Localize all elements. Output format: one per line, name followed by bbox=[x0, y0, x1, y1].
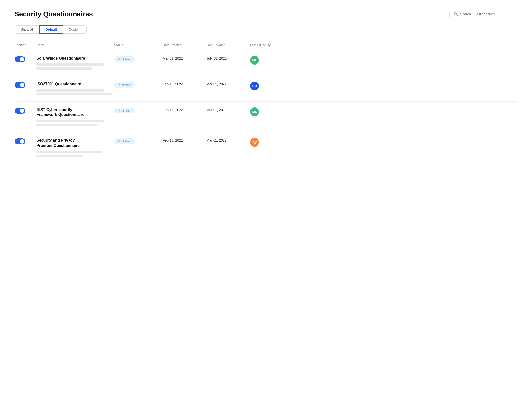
toggle-2[interactable] bbox=[15, 108, 25, 114]
table-row: SolarWinds Questionnaire Published Mar 0… bbox=[15, 50, 517, 76]
questionnaire-name-2[interactable]: NIST CybersecurityFramework Questionnair… bbox=[37, 107, 114, 118]
toggle-3[interactable] bbox=[15, 138, 25, 144]
placeholder-line-2 bbox=[37, 124, 97, 126]
name-lines-0 bbox=[37, 63, 114, 70]
avatar-cell-2: ML bbox=[250, 107, 284, 116]
table-row: Security and PrivacyProgram Questionnair… bbox=[15, 132, 517, 163]
toggle-cell-0 bbox=[15, 56, 37, 62]
name-cell-1: ISO27001 Questionnaire bbox=[37, 82, 114, 96]
filter-tab-default[interactable]: Default bbox=[39, 25, 63, 34]
toggle-cell-3 bbox=[15, 138, 37, 144]
avatar-0: ML bbox=[250, 56, 259, 65]
name-lines-1 bbox=[37, 89, 114, 96]
date-created-1: Feb 18, 2022 bbox=[163, 82, 207, 86]
name-cell-3: Security and PrivacyProgram Questionnair… bbox=[37, 138, 114, 157]
table-body: SolarWinds Questionnaire Published Mar 0… bbox=[15, 50, 517, 163]
col-header-date-created: Date Created bbox=[163, 43, 207, 47]
placeholder-line-1 bbox=[37, 63, 104, 66]
name-cell-0: SolarWinds Questionnaire bbox=[37, 56, 114, 70]
avatar-1: RD bbox=[250, 82, 259, 90]
avatar-3: AY bbox=[250, 138, 259, 147]
placeholder-line-1 bbox=[37, 120, 104, 122]
col-header-last-updated: Last Updated bbox=[207, 43, 250, 47]
status-cell-2: Published bbox=[114, 107, 163, 114]
page-title: Security Questionnaires bbox=[15, 10, 93, 18]
filter-tab-custom[interactable]: Custom bbox=[63, 25, 86, 34]
questionnaire-name-1[interactable]: ISO27001 Questionnaire bbox=[37, 82, 114, 87]
avatar-cell-1: RD bbox=[250, 82, 284, 90]
status-cell-3: Published bbox=[114, 138, 163, 144]
last-updated-2: Mar 01, 2022 bbox=[207, 107, 250, 112]
toggle-1[interactable] bbox=[15, 82, 25, 88]
last-updated-0: July 08, 2022 bbox=[207, 56, 250, 60]
status-badge-3: Published bbox=[114, 138, 135, 144]
avatar-2: ML bbox=[250, 107, 259, 116]
date-created-3: Feb 18, 2022 bbox=[163, 138, 207, 142]
placeholder-line-2 bbox=[37, 154, 83, 157]
search-input[interactable] bbox=[460, 12, 513, 16]
placeholder-line-2 bbox=[37, 67, 92, 70]
toggle-0[interactable] bbox=[15, 56, 25, 62]
status-badge-1: Published bbox=[114, 82, 135, 88]
filter-tabs: Show all Default Custom bbox=[15, 25, 517, 34]
toggle-cell-2 bbox=[15, 107, 37, 114]
status-badge-0: Published bbox=[114, 56, 135, 62]
table-row: ISO27001 Questionnaire Published Feb 18,… bbox=[15, 76, 517, 102]
placeholder-line-1 bbox=[37, 151, 102, 153]
last-updated-3: Mar 01, 2022 bbox=[207, 138, 250, 142]
placeholder-line-2 bbox=[37, 93, 112, 96]
name-lines-2 bbox=[37, 120, 114, 126]
sort-arrow-icon: ↑ bbox=[124, 44, 126, 47]
date-created-0: Mar 01, 2022 bbox=[163, 56, 207, 60]
status-cell-0: Published bbox=[114, 56, 163, 62]
col-header-name: Name bbox=[37, 43, 114, 47]
placeholder-line-1 bbox=[37, 89, 104, 92]
status-badge-2: Published bbox=[114, 108, 135, 114]
col-header-status[interactable]: Status ↑ bbox=[114, 43, 163, 47]
col-header-enabled: Enabled bbox=[15, 43, 37, 47]
questionnaire-name-3[interactable]: Security and PrivacyProgram Questionnair… bbox=[37, 138, 114, 148]
search-box: 🔍 bbox=[449, 10, 517, 19]
search-icon: 🔍 bbox=[454, 12, 458, 16]
name-lines-3 bbox=[37, 151, 114, 157]
filter-tab-show-all[interactable]: Show all bbox=[15, 25, 39, 34]
col-header-last-edited-by: Last Edited By bbox=[250, 43, 284, 47]
name-cell-2: NIST CybersecurityFramework Questionnair… bbox=[37, 107, 114, 126]
status-cell-1: Published bbox=[114, 82, 163, 88]
date-created-2: Feb 18, 2022 bbox=[163, 107, 207, 112]
avatar-cell-3: AY bbox=[250, 138, 284, 147]
avatar-cell-0: ML bbox=[250, 56, 284, 65]
table-header: Enabled Name Status ↑ Date Created Last … bbox=[15, 41, 517, 50]
table-row: NIST CybersecurityFramework Questionnair… bbox=[15, 102, 517, 132]
questionnaire-name-0[interactable]: SolarWinds Questionnaire bbox=[37, 56, 114, 61]
last-updated-1: Mar 01, 2022 bbox=[207, 82, 250, 86]
toggle-cell-1 bbox=[15, 82, 37, 88]
